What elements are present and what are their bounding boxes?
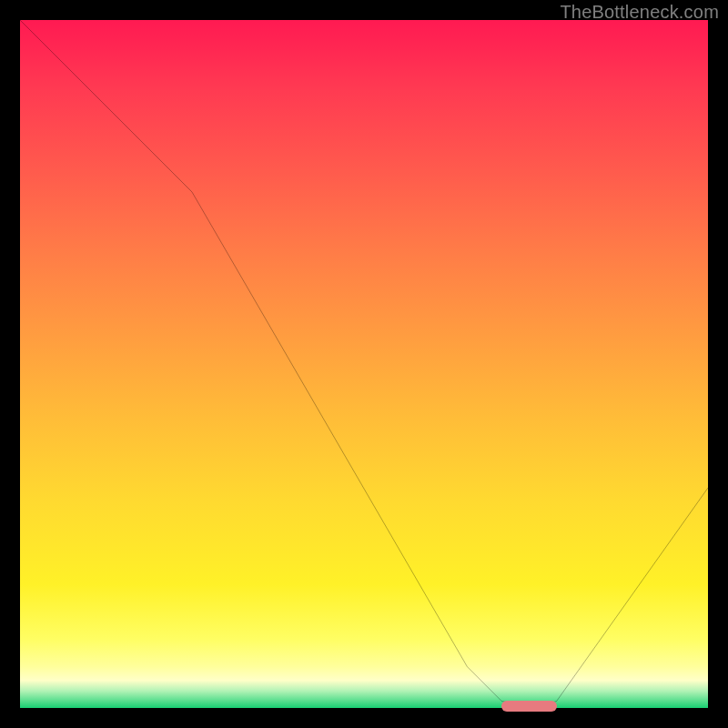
- optimal-marker: [501, 701, 556, 712]
- plot-area: [20, 20, 708, 708]
- watermark-text: TheBottleneck.com: [560, 2, 719, 23]
- bottleneck-curve: [20, 20, 708, 708]
- chart-frame: TheBottleneck.com: [0, 0, 728, 728]
